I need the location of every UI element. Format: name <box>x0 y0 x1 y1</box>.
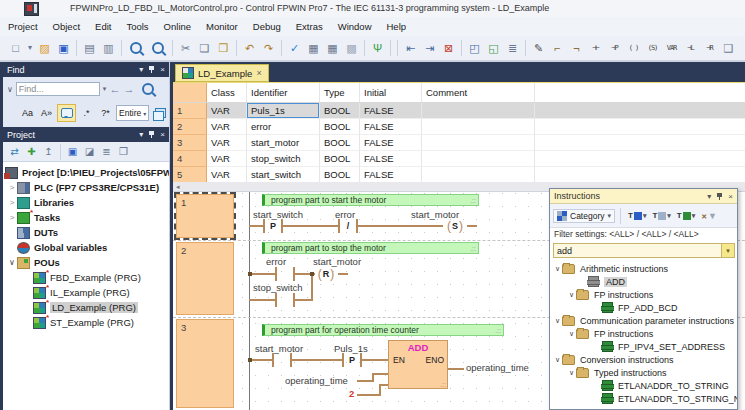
close-icon[interactable]: × <box>160 65 165 74</box>
pin-icon[interactable] <box>716 192 723 201</box>
close-icon[interactable]: × <box>160 130 165 139</box>
copy-icon[interactable]: ❏ <box>195 39 214 57</box>
chevron-right-icon[interactable]: > <box>7 198 17 207</box>
tree-item-st-example[interactable]: ST_Example (PRG) <box>3 315 169 330</box>
cell-initial[interactable]: FALSE <box>360 135 422 151</box>
cell-type[interactable]: BOOL <box>320 103 360 119</box>
tree-item-global-variables[interactable]: Global variables <box>3 240 169 255</box>
cell-type[interactable]: BOOL <box>320 151 360 167</box>
chevron-right-icon[interactable]: > <box>7 213 17 222</box>
contact-pulse-icon[interactable]: ⊣P <box>605 39 624 57</box>
panel-menu-icon[interactable]: ▾ <box>139 65 143 74</box>
category-button[interactable]: Category ▾ <box>553 209 615 223</box>
cell-identifier[interactable]: stop_switch <box>247 151 320 167</box>
column-header-initial[interactable]: Initial <box>360 83 422 102</box>
table-row[interactable]: 3 VAR start_motor BOOL FALSE <box>173 135 745 151</box>
cell-identifier[interactable]: Puls_1s <box>247 103 320 119</box>
new-pou-icon[interactable]: ✚ <box>23 144 40 160</box>
panel-menu-icon[interactable]: ▾ <box>139 130 143 139</box>
network-2-number[interactable]: 2 <box>176 242 234 315</box>
search-comments-button[interactable] <box>57 104 76 122</box>
code-view-icon[interactable]: ▩ <box>342 39 361 57</box>
table-row[interactable]: 2 VAR error BOOL FALSE <box>173 119 745 135</box>
coil-icon[interactable]: ( ) <box>624 39 643 57</box>
insert-network-below-icon[interactable]: ⇥ <box>420 39 439 57</box>
contact-icon[interactable]: ⊣⊢ <box>586 39 605 57</box>
tree-item-fbd-example[interactable]: FBD_Example (PRG) <box>3 270 169 285</box>
new-folder-icon[interactable]: ↥ <box>40 144 57 160</box>
table-row[interactable]: 4 VAR stop_switch BOOL FALSE <box>173 151 745 167</box>
coil-reset[interactable]: (R) <box>314 267 338 281</box>
resize-grip-icon[interactable]: .:: <box>440 381 446 388</box>
instruction-search-combo[interactable]: ▾ <box>553 243 735 258</box>
cell-class[interactable]: VAR <box>207 135 247 151</box>
column-header-type[interactable]: Type <box>320 83 360 102</box>
cell-initial[interactable]: FALSE <box>360 167 422 183</box>
cell-class[interactable]: VAR <box>207 119 247 135</box>
resize-grip-icon[interactable]: .:: <box>470 244 476 254</box>
contact[interactable] <box>275 267 295 281</box>
contact-label[interactable]: error <box>266 256 286 267</box>
chevron-down-icon[interactable]: ∨ <box>567 291 576 299</box>
navigator-icon[interactable]: ▣ <box>64 144 81 160</box>
menu-project[interactable]: Project <box>8 21 38 32</box>
coil-set[interactable]: (S) <box>443 219 467 233</box>
column-header-comment[interactable]: Comment <box>422 83 535 102</box>
resize-grip-icon[interactable]: .:: <box>495 326 501 336</box>
pin-icon[interactable] <box>148 130 155 139</box>
find-input[interactable] <box>16 82 100 96</box>
delete-network-icon[interactable]: ⊠ <box>439 39 458 57</box>
menu-help[interactable]: Help <box>387 21 407 32</box>
cell-initial[interactable]: FALSE <box>360 103 422 119</box>
left-power-rail-icon[interactable]: ⊣L <box>681 39 700 57</box>
draw-tool-icon[interactable]: ✎ <box>529 39 548 57</box>
output-variable-label[interactable]: operating_time <box>466 362 529 373</box>
redo-icon[interactable]: ↷ <box>259 39 278 57</box>
menu-tools[interactable]: Tools <box>126 21 148 32</box>
compile-icon[interactable]: ▦ <box>304 39 323 57</box>
variable-icon[interactable]: VAR <box>662 39 681 57</box>
search-scope-select[interactable]: Entire ▾ <box>116 105 149 121</box>
tree-item-fp-instructions[interactable]: ∨ FP instructions <box>550 327 737 340</box>
network-3-comment[interactable]: program part for operation time counter … <box>262 324 504 336</box>
column-header-identifier[interactable]: Identifier <box>247 83 320 102</box>
network-1-comment[interactable]: program part to start the motor .:: <box>262 194 479 206</box>
menu-online[interactable]: Online <box>164 21 191 32</box>
paste-icon[interactable]: ❒ <box>214 39 233 57</box>
cut-icon[interactable]: ✂ <box>176 39 195 57</box>
contact-negated[interactable]: / <box>338 219 358 233</box>
find-prev-icon[interactable]: ← <box>109 83 120 95</box>
filter-group-button[interactable]: T ▾ <box>650 210 672 221</box>
menu-monitor[interactable]: Monitor <box>206 21 238 32</box>
tree-item-etlanaddr-to-string-nc[interactable]: ETLANADDR_TO_STRING_NC <box>550 392 737 405</box>
find-history-icon[interactable]: ▾ <box>103 85 107 93</box>
pin-icon[interactable] <box>148 65 155 74</box>
network-2-comment[interactable]: program part to stop the motor .:: <box>262 242 479 254</box>
cell-class[interactable]: VAR <box>207 151 247 167</box>
find-icon[interactable] <box>130 42 142 54</box>
tree-item-communication[interactable]: ∨ Communication parameter instructions <box>550 314 737 327</box>
tab-close-icon[interactable]: × <box>256 68 261 78</box>
row-number[interactable]: 2 <box>173 119 207 135</box>
contact[interactable] <box>275 293 295 307</box>
chevron-down-icon[interactable]: ∨ <box>7 258 17 267</box>
cell-initial[interactable]: FALSE <box>360 119 422 135</box>
row-number[interactable]: 3 <box>173 135 207 151</box>
wire-corner-left-icon[interactable]: ⌐ <box>548 39 567 57</box>
row-number[interactable]: 4 <box>173 151 207 167</box>
check-pou-icon[interactable]: ✓ <box>285 39 304 57</box>
scroll-left-icon[interactable]: ◂ <box>176 183 180 191</box>
match-case-button[interactable]: Aa <box>19 105 36 121</box>
page-setup-icon[interactable]: ▤ <box>80 39 99 57</box>
chevron-down-icon[interactable]: ∨ <box>553 317 562 325</box>
cell-comment[interactable] <box>422 103 535 119</box>
menu-debug[interactable]: Debug <box>253 21 281 32</box>
chevron-down-icon[interactable]: ∨ <box>567 369 576 377</box>
cell-type[interactable]: BOOL <box>320 167 360 183</box>
network-comment-icon[interactable]: ◱ <box>484 39 503 57</box>
tree-item-etlanaddr-to-string[interactable]: ETLANADDR_TO_STRING <box>550 379 737 392</box>
wildcard-button[interactable]: ?* <box>97 105 114 121</box>
network-list-icon[interactable]: ◰ <box>465 39 484 57</box>
add-function-block[interactable]: ADD EN ENO .:: <box>388 340 448 389</box>
chevron-down-icon[interactable]: ∨ <box>567 330 576 338</box>
